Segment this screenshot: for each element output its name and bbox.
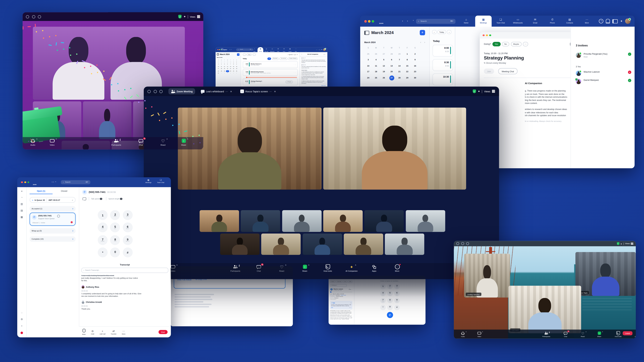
toolbar-item-more[interactable]: ⋯More [394, 265, 400, 272]
window-titlebar[interactable]: ✓ ✦ Views [454, 241, 636, 246]
calendar-day[interactable]: 9 [411, 57, 419, 63]
calendar-day[interactable]: 25 [220, 70, 223, 72]
toolbar-item-react[interactable]: ^React [160, 139, 166, 146]
dialpad-key-6[interactable]: 6MNO [123, 223, 133, 232]
dialpad-key-9[interactable]: 9WXYZ [394, 298, 400, 303]
calendar-day[interactable]: 4 [229, 72, 232, 74]
calendar-day[interactable]: 7 [396, 57, 403, 63]
bell-icon[interactable]: ◌ [318, 49, 318, 50]
toolbar-item-ai-companion[interactable]: AI Companion [635, 331, 636, 337]
calendar-day[interactable]: 3 [217, 63, 220, 65]
calendar-day[interactable]: 1 [220, 72, 223, 74]
calendar-day[interactable]: 8 [403, 57, 411, 63]
calendar-day[interactable]: 4 [372, 57, 380, 63]
tab-more[interactable]: ⋯More [293, 47, 299, 52]
calendar-day[interactable]: 10 [217, 65, 220, 68]
header-tab-team-chat[interactable]: ❏Team Chat [157, 178, 164, 183]
new-event-button[interactable]: + [420, 30, 425, 35]
tab-phone[interactable]: ✆Phone [544, 15, 561, 27]
filmstrip-tile[interactable] [282, 210, 321, 232]
voicemail-progress[interactable] [330, 292, 352, 292]
calendar-day[interactable]: 23 [411, 69, 419, 75]
panel-toggle-icon[interactable] [612, 19, 618, 23]
nav-icons[interactable]: ‹ › ◔ [229, 49, 232, 50]
event-actions[interactable]: ◌⋯ [294, 72, 296, 73]
invitee-row[interactable]: 0Darrel Marquez✓ [576, 79, 631, 84]
view-more-link[interactable]: View more [302, 85, 326, 86]
calendar-day[interactable]: 25 [217, 61, 220, 63]
caret-icon[interactable]: ^ [56, 138, 57, 140]
tab-meetings[interactable]: ▦Meetings [258, 47, 263, 52]
calendar-day[interactable]: 6 [388, 57, 396, 63]
mini-prev-icon[interactable]: ‹ › [238, 57, 239, 58]
window-titlebar[interactable]: ✓ ✦ Views [23, 12, 204, 21]
ai-sparkle-icon[interactable]: ✦ [620, 19, 622, 23]
agenda-next-button[interactable]: › [252, 53, 256, 56]
tab-phone[interactable]: ✆Phone [281, 47, 287, 52]
calendar-day[interactable]: 26 [380, 75, 388, 81]
meeting-chat-button[interactable]: Meeting Chat [498, 68, 518, 74]
security-shield-icon[interactable]: ✓ [617, 242, 619, 245]
calendar-day[interactable]: 13 [388, 63, 396, 69]
titlebar-right-cluster[interactable]: ✓ ✦ Views [178, 15, 200, 18]
dialpad-key-2[interactable]: 2ABC [110, 210, 120, 220]
calendar-day[interactable]: 11 [372, 63, 380, 69]
task-edit-link[interactable]: Edit [331, 307, 333, 308]
toolbar-item-host-tools[interactable]: Host tools [324, 265, 332, 272]
phone-tab-lines[interactable]: Lines [343, 281, 348, 283]
history-filter-select[interactable]: All History ∨ [330, 284, 347, 287]
today-next-button[interactable]: › [447, 30, 451, 34]
tab-email[interactable]: ✉Email [527, 15, 544, 27]
tab-close-icon[interactable]: ✕ [230, 90, 232, 93]
event-actions[interactable]: ◌⋯ [294, 64, 296, 65]
calendar-day[interactable]: 28 [226, 61, 229, 63]
gallery-grid-icon[interactable] [631, 243, 634, 245]
security-shield-icon[interactable]: ✓ [472, 89, 476, 93]
calendar-day[interactable]: 8 [232, 63, 235, 65]
tab-whiteboards[interactable]: ▭Whiteboards [510, 15, 526, 27]
filmstrip-tile[interactable] [220, 233, 260, 255]
filmstrip-tile[interactable] [241, 210, 280, 232]
rsvp-more-button[interactable]: ⋯ [523, 42, 528, 46]
rsvp-no-button[interactable]: No [502, 42, 509, 46]
caret-icon[interactable]: ^ [285, 264, 286, 266]
tab-meetings[interactable]: ▦Meetings [475, 15, 492, 27]
phone-tab-history[interactable]: History [330, 281, 336, 283]
help-icon[interactable]: ? [599, 19, 604, 23]
phone-tab-voicemail[interactable]: Voicemail [336, 281, 342, 283]
mini-prev-icon[interactable]: ‹ [420, 41, 421, 43]
caret-icon[interactable]: ^ [466, 331, 466, 333]
gallery-grid-icon[interactable] [492, 90, 495, 93]
calendar-day[interactable]: 3 [364, 57, 372, 63]
titlebar-right-cluster[interactable]: ✓ ✦ Views [472, 89, 495, 93]
agenda-prev-button[interactable]: ‹ [243, 53, 246, 56]
calendar-day[interactable]: 10 [364, 63, 372, 69]
caret-icon[interactable]: ^ [144, 138, 146, 140]
toolbar-item-participants[interactable]: 3^Participants [230, 265, 240, 272]
calendar-day[interactable]: 1 [232, 61, 235, 63]
calendar-day[interactable]: 26 [372, 51, 380, 57]
panel-icon[interactable]: ▯ [320, 49, 320, 50]
notifications-bell-icon[interactable] [606, 19, 610, 23]
traffic-lights[interactable] [456, 242, 469, 245]
titlebar-right-cluster[interactable]: ✓ ✦ Views [617, 242, 633, 245]
dialpad-key-star[interactable]: * [98, 248, 108, 257]
calendar-day[interactable]: 21 [396, 69, 403, 75]
rail-icon-1[interactable]: ◔ [21, 196, 22, 199]
calendar-day[interactable]: 24 [364, 75, 372, 81]
rsvp-yes-button[interactable]: Yes [492, 42, 500, 46]
dialpad-key-0[interactable]: 0+ [387, 305, 392, 310]
caret-icon[interactable]: ^ [36, 138, 38, 140]
invitee-row[interactable]: Maurice Lawson✕ [576, 70, 631, 76]
ai-sparkle-icon[interactable]: ✦ [478, 90, 480, 93]
sidebar-toggle-icon[interactable] [364, 30, 369, 34]
user-avatar[interactable] [323, 48, 326, 51]
meeting-tab-lea-s-whiteboard[interactable]: Lea's whiteboard⋯✕ [198, 88, 234, 94]
calendar-day[interactable]: 29 [396, 51, 403, 57]
calendar-day[interactable]: 27 [226, 70, 229, 72]
filmstrip-tile[interactable] [406, 210, 445, 232]
nav-icons[interactable]: ‹ › ◔ [52, 181, 56, 183]
today-event-card[interactable]: 10:30 [432, 73, 453, 85]
calendar-day[interactable]: 16 [411, 63, 419, 69]
search-input[interactable]: ⌕Search⌘F [236, 48, 254, 51]
